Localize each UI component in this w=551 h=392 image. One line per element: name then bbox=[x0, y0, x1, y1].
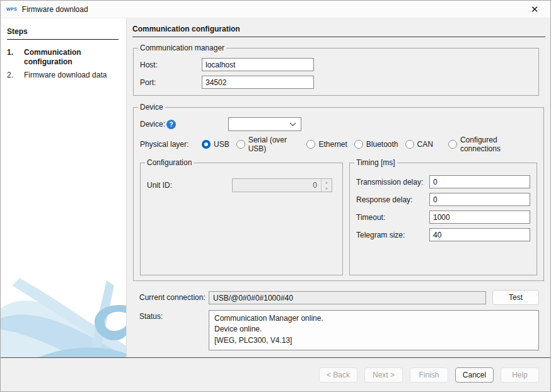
transmission-delay-label: Transmission delay: bbox=[356, 178, 429, 187]
transmission-delay-input[interactable] bbox=[429, 175, 530, 188]
radio-unselected-icon bbox=[306, 140, 315, 149]
unit-id-label: Unit ID: bbox=[147, 181, 232, 190]
port-label: Port: bbox=[140, 78, 202, 87]
next-button: Next > bbox=[364, 367, 403, 383]
status-label: Status: bbox=[139, 310, 209, 321]
status-line: Device online. bbox=[214, 324, 533, 335]
device-dropdown[interactable] bbox=[228, 117, 301, 131]
device-group: Device Device: ? Physical layer: bbox=[133, 103, 544, 281]
status-line: Communication Manager online. bbox=[214, 313, 533, 324]
steps-sidebar: Steps 1. Communication configuration 2. … bbox=[1, 18, 127, 357]
telegram-size-label: Telegram size: bbox=[356, 231, 429, 239]
step-item-communication-configuration: 1. Communication configuration bbox=[7, 48, 119, 67]
radio-ethernet[interactable]: Ethernet bbox=[306, 140, 347, 149]
radio-unselected-icon bbox=[405, 140, 414, 149]
radio-label: Bluetooth bbox=[366, 140, 398, 149]
radio-bluetooth[interactable]: Bluetooth bbox=[354, 140, 398, 149]
unit-id-value: 0 bbox=[233, 179, 321, 192]
status-box: Communication Manager online. Device onl… bbox=[209, 310, 539, 350]
radio-serial-over-usb[interactable]: Serial (over USB) bbox=[236, 135, 300, 153]
physical-layer-label: Physical layer: bbox=[140, 140, 202, 149]
firmware-download-dialog: WPS Firmware download ✕ Steps 1. Communi… bbox=[0, 0, 551, 392]
timing-group: Timing [ms] Transmission delay: Response… bbox=[349, 158, 537, 275]
telegram-size-input bbox=[429, 228, 530, 241]
wps-logo-icon: WPS bbox=[6, 6, 18, 13]
communication-manager-legend: Communication manager bbox=[138, 43, 226, 52]
main-panel: Communication configuration Communicatio… bbox=[127, 18, 550, 357]
physical-layer-options: USB Serial (over USB) Ethernet Blue bbox=[202, 135, 537, 153]
help-icon[interactable]: ? bbox=[166, 120, 176, 129]
unit-id-stepper: 0 ▲ ▼ bbox=[232, 178, 332, 192]
step-label: Firmware download data bbox=[24, 71, 107, 80]
configuration-group: Configuration Unit ID: 0 ▲ ▼ bbox=[140, 158, 343, 275]
stepper-down-icon: ▼ bbox=[322, 185, 332, 192]
device-legend: Device bbox=[138, 103, 165, 112]
stepper-up-icon: ▲ bbox=[322, 179, 332, 185]
step-number: 1. bbox=[7, 48, 24, 67]
timeout-label: Timeout: bbox=[356, 213, 429, 222]
response-delay-input[interactable] bbox=[429, 193, 530, 206]
back-button: < Back bbox=[319, 367, 357, 383]
host-input[interactable] bbox=[202, 58, 314, 71]
status-line: [WEG, PLC300, V4.13] bbox=[214, 335, 533, 346]
radio-label: CAN bbox=[417, 140, 433, 149]
help-button: Help bbox=[501, 367, 539, 383]
footer-bar: < Back Next > Finish Cancel Help bbox=[1, 357, 550, 391]
timeout-input[interactable] bbox=[429, 210, 530, 224]
radio-unselected-icon bbox=[236, 140, 245, 149]
radio-unselected-icon bbox=[354, 140, 363, 149]
configuration-legend: Configuration bbox=[145, 158, 194, 167]
communication-manager-group: Communication manager Host: Port: bbox=[133, 43, 539, 96]
response-delay-label: Response delay: bbox=[356, 195, 429, 204]
window-title: Firmware download bbox=[22, 5, 88, 14]
port-input[interactable] bbox=[202, 76, 314, 89]
close-icon: ✕ bbox=[531, 4, 539, 15]
current-connection-field: USB/@0#0#0#1000#40 bbox=[209, 291, 486, 304]
host-label: Host: bbox=[140, 61, 202, 69]
test-button[interactable]: Test bbox=[492, 290, 539, 305]
step-item-firmware-download-data: 2. Firmware download data bbox=[7, 71, 119, 80]
step-label: Communication configuration bbox=[24, 48, 119, 67]
page-title: Communication configuration bbox=[132, 25, 545, 37]
radio-label: Serial (over USB) bbox=[248, 135, 300, 153]
radio-label: Ethernet bbox=[318, 140, 347, 149]
radio-selected-icon bbox=[202, 140, 211, 149]
radio-label: Configured connections bbox=[460, 135, 530, 153]
radio-unselected-icon bbox=[448, 140, 457, 149]
close-button[interactable]: ✕ bbox=[524, 1, 545, 18]
steps-header: Steps bbox=[7, 27, 119, 40]
dialog-body: Steps 1. Communication configuration 2. … bbox=[1, 18, 550, 357]
stepper-buttons: ▲ ▼ bbox=[321, 179, 332, 192]
radio-configured-connections[interactable]: Configured connections bbox=[448, 135, 530, 153]
current-connection-label: Current connection: bbox=[139, 293, 209, 302]
radio-label: USB bbox=[214, 140, 229, 149]
chevron-down-icon bbox=[289, 122, 296, 127]
timing-legend: Timing [ms] bbox=[354, 158, 397, 167]
radio-usb[interactable]: USB bbox=[202, 140, 229, 149]
decorative-swoosh bbox=[1, 269, 127, 357]
finish-button: Finish bbox=[410, 367, 448, 383]
radio-can[interactable]: CAN bbox=[405, 140, 433, 149]
cancel-button[interactable]: Cancel bbox=[455, 367, 494, 383]
step-number: 2. bbox=[7, 71, 24, 80]
title-bar: WPS Firmware download ✕ bbox=[1, 1, 550, 18]
device-label: Device: bbox=[140, 120, 165, 129]
